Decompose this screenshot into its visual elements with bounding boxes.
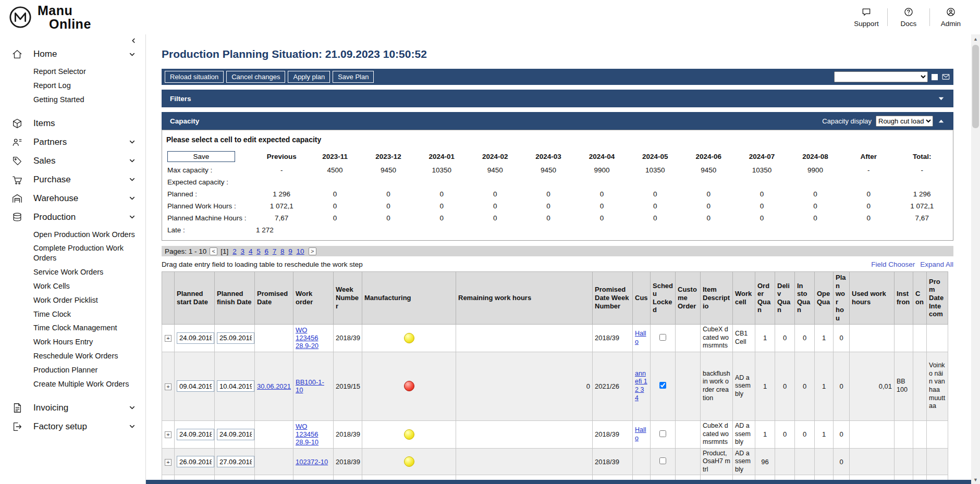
capacity-cell[interactable]: 0 xyxy=(415,212,468,224)
capacity-cell[interactable]: 0 xyxy=(842,188,895,200)
page-link-10[interactable]: 10 xyxy=(297,247,304,255)
planned-start-date-input[interactable] xyxy=(177,429,214,440)
work-order-link[interactable]: BB100-1-10 xyxy=(296,378,324,394)
capacity-cell[interactable]: 0 xyxy=(415,200,468,212)
capacity-cell[interactable]: 9450 xyxy=(362,164,415,176)
capacity-cell[interactable] xyxy=(896,176,949,188)
sidebar-item-purchase[interactable]: Purchase xyxy=(0,170,145,189)
col-remaining[interactable]: Remaining work hours xyxy=(456,272,593,325)
sidebar-subitem-time-clock-management[interactable]: Time Clock Management xyxy=(0,321,145,335)
col-dq[interactable]: Deliv Quan xyxy=(775,272,795,325)
sidebar-subitem-complete-production-work-orders[interactable]: Complete Production Work Orders xyxy=(0,241,145,265)
capacity-cell[interactable]: 9900 xyxy=(789,164,842,176)
capacity-cell[interactable]: 0 xyxy=(682,200,735,212)
col-oq[interactable]: Order Quan xyxy=(755,272,775,325)
field-chooser-link[interactable]: Field Chooser xyxy=(871,260,915,268)
planned-start-date-input[interactable] xyxy=(177,456,214,467)
col-start[interactable]: Planned start Date xyxy=(175,272,215,325)
planned-finish-date-input[interactable] xyxy=(217,332,254,344)
capacity-cell[interactable]: 1 296 xyxy=(896,188,949,200)
capacity-cell[interactable]: 0 xyxy=(522,200,575,212)
work-order-link[interactable]: 102372-10 xyxy=(296,458,328,466)
sidebar-collapse-icon[interactable] xyxy=(130,37,137,46)
capacity-cell[interactable]: 0 xyxy=(469,188,522,200)
capacity-cell[interactable] xyxy=(735,176,788,188)
capacity-cell[interactable]: 10350 xyxy=(415,164,468,176)
capacity-cell[interactable]: 0 xyxy=(575,200,628,212)
capacity-cell[interactable]: 1 072,1 xyxy=(255,200,308,212)
page-link-2[interactable]: 2 xyxy=(232,247,237,255)
col-sq[interactable]: In sto Quan xyxy=(795,272,815,325)
customer-link[interactable]: Hallo xyxy=(635,330,646,345)
planned-start-date-input[interactable] xyxy=(177,380,214,392)
work-order-link[interactable]: WO 123456 28.9-20 xyxy=(296,326,318,350)
scrollbar-thumb[interactable] xyxy=(972,45,979,128)
capacity-cell[interactable] xyxy=(469,176,522,188)
sidebar-subitem-work-order-picklist[interactable]: Work Order Picklist xyxy=(0,293,145,307)
capacity-cell[interactable]: 0 xyxy=(469,200,522,212)
sidebar-subitem-production-planner[interactable]: Production Planner xyxy=(0,363,145,377)
capacity-cell[interactable]: 9900 xyxy=(575,164,628,176)
capacity-cell[interactable]: - xyxy=(842,164,895,176)
planned-finish-date-input[interactable] xyxy=(217,380,254,392)
support-button[interactable]: Support xyxy=(849,7,884,28)
capacity-cell[interactable]: 0 xyxy=(575,212,628,224)
col-week[interactable]: Week Number xyxy=(334,272,362,325)
vertical-scrollbar[interactable]: ▲ ▼ xyxy=(971,34,980,484)
expand-all-link[interactable]: Expand All xyxy=(920,260,953,268)
capacity-cell[interactable]: 1 072,1 xyxy=(896,200,949,212)
scroll-up-arrow[interactable]: ▲ xyxy=(971,34,980,43)
col-promised[interactable]: Promised Date xyxy=(255,272,293,325)
capacity-cell[interactable]: 0 xyxy=(789,212,842,224)
next-page-button[interactable]: > xyxy=(309,247,316,255)
col-expand[interactable] xyxy=(162,272,175,325)
schedule-locked-checkbox[interactable] xyxy=(659,382,666,389)
sidebar-item-invoicing[interactable]: Invoicing xyxy=(0,399,145,417)
capacity-cell[interactable] xyxy=(362,176,415,188)
capacity-display-dropdown[interactable]: Rough cut load xyxy=(876,116,933,127)
customer-link[interactable]: Hallo xyxy=(635,426,646,442)
filters-bar[interactable]: Filters xyxy=(162,90,953,107)
planned-start-date-input[interactable] xyxy=(177,332,214,344)
col-inst[interactable]: Inst fron xyxy=(895,272,913,325)
capacity-cell[interactable]: 10350 xyxy=(735,164,788,176)
sidebar-subitem-work-cells[interactable]: Work Cells xyxy=(0,279,145,293)
sidebar-item-sales[interactable]: Sales xyxy=(0,152,145,170)
col-uwh[interactable]: Used work hours xyxy=(850,272,895,325)
page-link-4[interactable]: 4 xyxy=(249,247,253,255)
sidebar-subitem-getting-started[interactable]: Getting Started xyxy=(0,93,145,107)
reload-situation-button[interactable]: Reload situation xyxy=(165,71,224,83)
sidebar-item-warehouse[interactable]: Warehouse xyxy=(0,189,145,208)
toolbar-checkbox[interactable] xyxy=(932,74,938,80)
sidebar-subitem-time-clock[interactable]: Time Clock xyxy=(0,307,145,321)
work-order-link[interactable]: WO 123456 28.9-10 xyxy=(296,423,318,446)
col-pro[interactable]: Prom Date Inte com xyxy=(927,272,948,325)
schedule-locked-checkbox[interactable] xyxy=(659,430,666,437)
capacity-cell[interactable]: 0 xyxy=(629,212,682,224)
planned-finish-date-input[interactable] xyxy=(217,456,254,467)
capacity-cell[interactable]: 0 xyxy=(522,188,575,200)
col-mfg[interactable]: Manufacturing xyxy=(362,272,456,325)
capacity-cell[interactable]: 7,67 xyxy=(896,212,949,224)
report-selector-dropdown[interactable] xyxy=(834,71,928,82)
col-corder[interactable]: Custome Order xyxy=(676,272,701,325)
apply-plan-button[interactable]: Apply plan xyxy=(288,71,330,83)
capacity-cell[interactable]: 0 xyxy=(308,212,361,224)
capacity-cell[interactable] xyxy=(255,176,308,188)
capacity-cell[interactable]: 0 xyxy=(469,212,522,224)
admin-button[interactable]: Admin xyxy=(933,7,969,28)
schedule-locked-checkbox[interactable] xyxy=(659,457,666,464)
capacity-cell[interactable]: - xyxy=(255,164,308,176)
capacity-cell[interactable]: 4500 xyxy=(308,164,361,176)
page-link-3[interactable]: 3 xyxy=(241,247,245,255)
capacity-cell[interactable]: 9450 xyxy=(469,164,522,176)
capacity-cell[interactable]: 0 xyxy=(308,188,361,200)
capacity-cell[interactable]: 0 xyxy=(735,212,788,224)
expand-row-icon[interactable]: + xyxy=(165,335,172,342)
docs-button[interactable]: Docs xyxy=(891,7,926,28)
capacity-cell[interactable] xyxy=(842,176,895,188)
expand-row-icon[interactable]: + xyxy=(165,431,172,438)
planned-finish-date-input[interactable] xyxy=(217,429,254,440)
col-locked[interactable]: Schedu Locked xyxy=(651,272,676,325)
page-link-9[interactable]: 9 xyxy=(288,247,292,255)
